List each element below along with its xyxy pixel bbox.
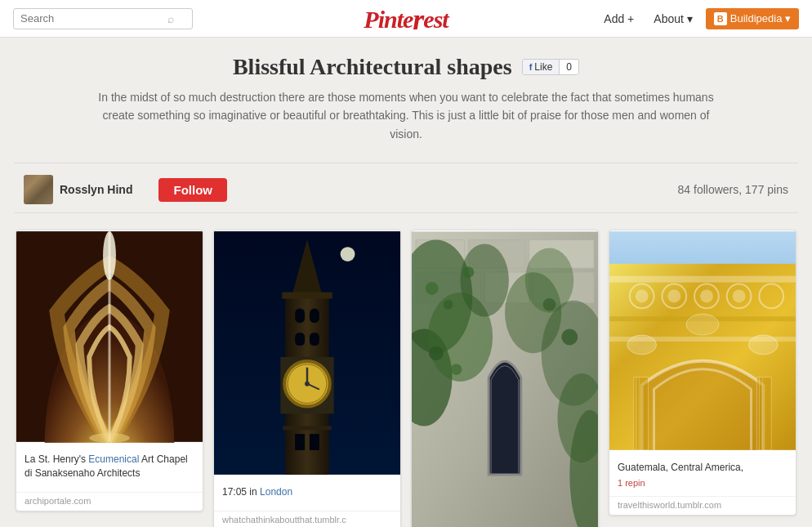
- board-meta-divider: [14, 212, 798, 213]
- svg-rect-23: [295, 333, 305, 346]
- board-stats: 84 followers, 177 pins: [678, 183, 788, 196]
- svg-point-42: [426, 282, 439, 295]
- logo-rest: est: [423, 6, 448, 33]
- svg-point-43: [444, 300, 453, 310]
- svg-point-3: [103, 231, 116, 279]
- board-user: Rosslyn Hind Follow: [24, 175, 227, 204]
- svg-point-45: [429, 346, 444, 361]
- avatar-image: [24, 175, 53, 204]
- pin-title: La St. Henry's Ecumenical Art Chapeldi S…: [25, 453, 194, 480]
- b-icon: B: [714, 12, 727, 25]
- pin-title-link[interactable]: London: [260, 486, 292, 498]
- board-header: Blissful Architectural shapes f Like 0 I…: [0, 38, 812, 151]
- search-box[interactable]: ⌕: [13, 8, 193, 29]
- svg-point-55: [636, 290, 649, 303]
- pin-info: La St. Henry's Ecumenical Art Chapeldi S…: [16, 446, 203, 489]
- fb-like-inner: f Like: [523, 60, 560, 74]
- svg-point-4: [89, 433, 130, 443]
- pin-image: [214, 230, 400, 476]
- pin-source: archiportale.com: [16, 492, 203, 511]
- pin-source: whatchathinkaboutthat.tumblr.c: [214, 511, 400, 527]
- header-nav: Add + About ▾ B Buildipedia ▾: [597, 8, 799, 29]
- svg-rect-26: [310, 434, 319, 450]
- pin-image-container: [16, 230, 203, 446]
- svg-point-7: [341, 247, 355, 261]
- pin-image-container: [214, 230, 400, 479]
- svg-rect-24: [310, 333, 319, 346]
- board-description: In the midst of so much destruction ther…: [96, 88, 716, 143]
- fb-like-button[interactable]: f Like 0: [522, 59, 579, 75]
- pins-grid: La St. Henry's Ecumenical Art Chapeldi S…: [6, 221, 806, 527]
- buildipedia-label: Buildipedia ▾: [730, 12, 791, 25]
- fb-count: 0: [560, 60, 578, 74]
- svg-point-48: [561, 329, 578, 346]
- logo-text: Pinte: [364, 6, 413, 33]
- pin-image: [609, 230, 796, 451]
- site-header: ⌕ Pinterest Add + About ▾ B Buildipedia …: [0, 0, 812, 38]
- pin-card: [411, 230, 599, 527]
- pin-image: [16, 230, 203, 443]
- pin-repin: 1 repin: [618, 478, 787, 488]
- pin-title: 17:05 in London: [222, 485, 392, 499]
- user-name: Rosslyn Hind: [60, 183, 132, 196]
- follow-button[interactable]: Follow: [158, 178, 227, 202]
- fb-like-label: Like: [534, 61, 552, 73]
- svg-rect-25: [295, 434, 305, 450]
- pin-image: [412, 230, 598, 527]
- search-button[interactable]: ⌕: [167, 12, 174, 25]
- pin-info: 17:05 in London: [214, 479, 400, 507]
- board-meta: Rosslyn Hind Follow 84 followers, 177 pi…: [14, 163, 798, 204]
- svg-point-47: [543, 298, 556, 311]
- svg-rect-63: [609, 276, 796, 283]
- pin-info: Guatemala, Central America, 1 repin: [609, 454, 796, 493]
- add-button[interactable]: Add +: [597, 9, 640, 29]
- svg-rect-22: [310, 309, 319, 324]
- svg-point-59: [700, 290, 713, 303]
- pin-title-link[interactable]: Ecumenical: [88, 453, 139, 465]
- svg-point-68: [627, 335, 657, 355]
- svg-point-61: [733, 290, 746, 303]
- fb-icon: f: [529, 62, 533, 72]
- pin-source: travelthisworld.tumblr.com: [609, 496, 796, 515]
- pin-card: 17:05 in London whatchathinkaboutthat.tu…: [213, 230, 401, 527]
- pin-title: Guatemala, Central America,: [618, 461, 787, 475]
- site-logo[interactable]: Pinterest: [364, 3, 448, 33]
- pin-card: Guatemala, Central America, 1 repin trav…: [609, 230, 796, 516]
- pin-card: La St. Henry's Ecumenical Art Chapeldi S…: [16, 230, 203, 511]
- svg-rect-21: [295, 309, 305, 324]
- search-input[interactable]: [20, 12, 167, 25]
- svg-point-70: [686, 314, 719, 335]
- logo-r: r: [413, 3, 423, 36]
- about-button[interactable]: About ▾: [647, 9, 698, 29]
- pin-image-container: [412, 230, 598, 527]
- buildipedia-button[interactable]: B Buildipedia ▾: [706, 8, 799, 29]
- svg-point-44: [462, 266, 474, 278]
- svg-point-46: [451, 364, 462, 375]
- svg-point-17: [305, 382, 310, 386]
- pin-image-container: [609, 230, 796, 454]
- svg-point-57: [667, 290, 680, 303]
- svg-point-38: [460, 244, 508, 317]
- svg-point-69: [749, 335, 779, 355]
- board-title-row: Blissful Architectural shapes f Like 0: [16, 54, 796, 80]
- svg-rect-20: [282, 293, 332, 299]
- svg-rect-11: [283, 426, 331, 430]
- avatar: [24, 175, 53, 204]
- board-title: Blissful Architectural shapes: [233, 54, 512, 80]
